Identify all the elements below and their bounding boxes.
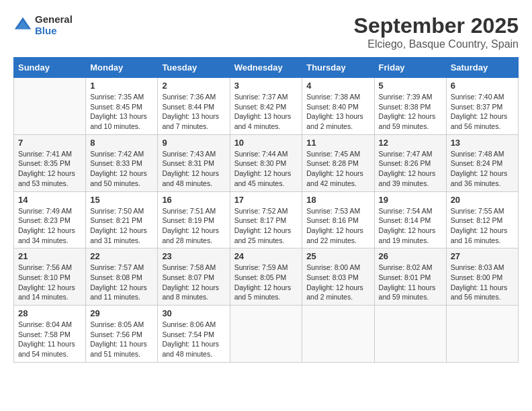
day-number: 27 [451,251,514,261]
week-row-4: 21 Sunrise: 7:56 AM Sunset: 8:10 PM Dayl… [14,248,519,306]
day-number: 18 [306,195,369,205]
sunrise-text: Sunrise: 7:48 AM [451,150,504,158]
day-number: 21 [18,251,81,261]
sunset-text: Sunset: 8:23 PM [18,216,71,224]
daylight-text: Daylight: 12 hours and 11 minutes. [90,283,147,302]
calendar-cell: 20 Sunrise: 7:55 AM Sunset: 8:12 PM Dayl… [446,191,518,248]
logo-text: General Blue [35,13,73,36]
daylight-text: Daylight: 12 hours and 39 minutes. [379,169,436,187]
week-row-2: 7 Sunrise: 7:41 AM Sunset: 8:35 PM Dayli… [14,134,519,191]
week-row-5: 28 Sunrise: 8:04 AM Sunset: 7:58 PM Dayl… [14,306,519,363]
sunset-text: Sunset: 8:35 PM [18,159,71,167]
calendar-cell: 10 Sunrise: 7:44 AM Sunset: 8:30 PM Dayl… [230,134,302,191]
sunset-text: Sunset: 8:19 PM [162,216,214,224]
sunset-text: Sunset: 8:07 PM [162,273,214,281]
calendar-cell: 25 Sunrise: 8:00 AM Sunset: 8:03 PM Dayl… [302,248,374,306]
daylight-text: Daylight: 12 hours and 50 minutes. [90,169,147,187]
sunset-text: Sunset: 8:38 PM [379,103,431,111]
sunset-text: Sunset: 8:14 PM [379,216,431,224]
daylight-text: Daylight: 12 hours and 42 minutes. [306,169,363,187]
daylight-text: Daylight: 13 hours and 4 minutes. [234,112,292,130]
daylight-text: Daylight: 11 hours and 48 minutes. [162,340,219,358]
sunrise-text: Sunrise: 7:58 AM [162,263,216,271]
calendar-cell: 18 Sunrise: 7:53 AM Sunset: 8:16 PM Dayl… [302,191,374,248]
sunset-text: Sunset: 7:56 PM [90,330,142,338]
day-number: 19 [379,195,442,205]
sunset-text: Sunset: 8:33 PM [90,159,142,167]
daylight-text: Daylight: 12 hours and 56 minutes. [451,112,508,130]
sunset-text: Sunset: 8:37 PM [451,103,503,111]
day-number: 28 [18,308,81,318]
calendar-cell: 21 Sunrise: 7:56 AM Sunset: 8:10 PM Dayl… [14,248,86,306]
calendar-cell: 16 Sunrise: 7:51 AM Sunset: 8:19 PM Dayl… [158,191,230,248]
calendar-subtitle: Elciego, Basque Country, Spain [354,38,519,50]
sunrise-text: Sunrise: 8:02 AM [379,263,433,271]
col-friday: Friday [374,58,446,78]
calendar-cell: 22 Sunrise: 7:57 AM Sunset: 8:08 PM Dayl… [86,248,158,306]
calendar-table: Sunday Monday Tuesday Wednesday Thursday… [13,57,519,363]
daylight-text: Daylight: 12 hours and 8 minutes. [162,283,219,302]
sunrise-text: Sunrise: 7:59 AM [234,263,288,271]
sunset-text: Sunset: 8:45 PM [90,103,142,111]
sunrise-text: Sunrise: 7:41 AM [18,150,72,158]
sunset-text: Sunset: 8:42 PM [234,103,287,111]
day-number: 14 [18,195,81,205]
day-number: 10 [234,138,298,148]
col-saturday: Saturday [446,58,518,78]
sunrise-text: Sunrise: 7:43 AM [162,150,216,158]
sunrise-text: Sunrise: 7:49 AM [18,207,72,215]
sunset-text: Sunset: 8:28 PM [306,159,359,167]
sunrise-text: Sunrise: 7:37 AM [234,93,288,101]
day-number: 23 [162,251,225,261]
day-number: 13 [451,138,514,148]
daylight-text: Daylight: 12 hours and 19 minutes. [379,226,436,244]
calendar-cell [302,306,374,363]
calendar-cell: 7 Sunrise: 7:41 AM Sunset: 8:35 PM Dayli… [14,134,86,191]
day-number: 30 [162,308,225,318]
daylight-text: Daylight: 12 hours and 45 minutes. [234,169,292,187]
day-number: 6 [451,81,514,91]
calendar-cell: 8 Sunrise: 7:42 AM Sunset: 8:33 PM Dayli… [86,134,158,191]
col-wednesday: Wednesday [230,58,302,78]
calendar-cell: 5 Sunrise: 7:39 AM Sunset: 8:38 PM Dayli… [374,78,446,135]
calendar-cell: 26 Sunrise: 8:02 AM Sunset: 8:01 PM Dayl… [374,248,446,306]
calendar-cell: 2 Sunrise: 7:36 AM Sunset: 8:44 PM Dayli… [158,78,230,135]
sunset-text: Sunset: 8:40 PM [306,103,359,111]
calendar-cell: 24 Sunrise: 7:59 AM Sunset: 8:05 PM Dayl… [230,248,302,306]
calendar-cell: 17 Sunrise: 7:52 AM Sunset: 8:17 PM Dayl… [230,191,302,248]
sunrise-text: Sunrise: 7:40 AM [451,93,504,101]
day-number: 1 [90,81,153,91]
daylight-text: Daylight: 12 hours and 59 minutes. [379,112,436,130]
sunset-text: Sunset: 8:12 PM [451,216,503,224]
calendar-cell: 19 Sunrise: 7:54 AM Sunset: 8:14 PM Dayl… [374,191,446,248]
day-number: 12 [379,138,442,148]
day-number: 17 [234,195,298,205]
sunset-text: Sunset: 8:10 PM [18,273,71,281]
day-number: 15 [90,195,153,205]
sunset-text: Sunset: 8:03 PM [306,273,359,281]
sunrise-text: Sunrise: 7:56 AM [18,263,72,271]
daylight-text: Daylight: 12 hours and 28 minutes. [162,226,219,244]
sunrise-text: Sunrise: 7:45 AM [306,150,360,158]
col-monday: Monday [86,58,158,78]
day-number: 25 [306,251,369,261]
sunset-text: Sunset: 8:44 PM [162,103,214,111]
sunrise-text: Sunrise: 7:53 AM [306,207,360,215]
daylight-text: Daylight: 12 hours and 22 minutes. [306,226,363,244]
sunset-text: Sunset: 8:31 PM [162,159,214,167]
sunset-text: Sunset: 8:26 PM [379,159,431,167]
calendar-cell: 30 Sunrise: 8:06 AM Sunset: 7:54 PM Dayl… [158,306,230,363]
sunrise-text: Sunrise: 7:44 AM [234,150,288,158]
calendar-cell [14,78,86,135]
daylight-text: Daylight: 12 hours and 14 minutes. [18,283,75,302]
sunrise-text: Sunrise: 8:04 AM [18,320,72,328]
col-thursday: Thursday [302,58,374,78]
sunrise-text: Sunrise: 7:57 AM [90,263,144,271]
col-sunday: Sunday [14,58,86,78]
daylight-text: Daylight: 13 hours and 2 minutes. [306,112,363,130]
calendar-cell: 14 Sunrise: 7:49 AM Sunset: 8:23 PM Dayl… [14,191,86,248]
day-number: 3 [234,81,298,91]
daylight-text: Daylight: 13 hours and 10 minutes. [90,112,147,130]
day-number: 22 [90,251,153,261]
sunset-text: Sunset: 8:24 PM [451,159,503,167]
